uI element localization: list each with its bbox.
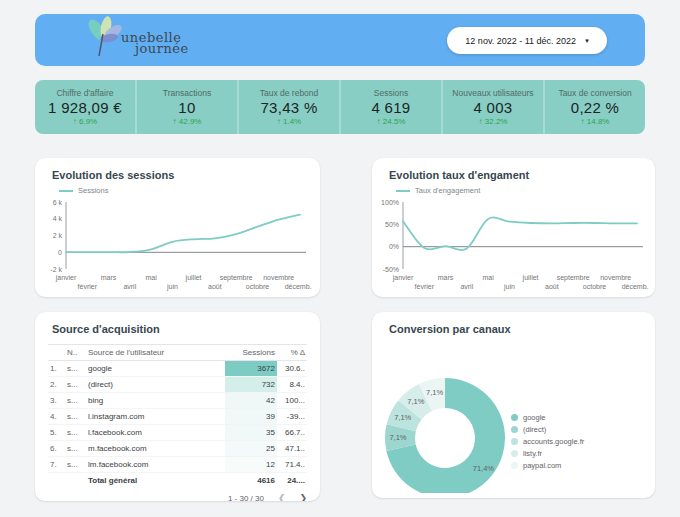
row-index: 2. (48, 377, 65, 393)
table-header-row: N.. Source de l'utilisateur Sessions % Δ (48, 345, 307, 361)
svg-text:février: février (415, 283, 435, 290)
svg-text:7,1%: 7,1% (426, 388, 443, 397)
col-header-sessions[interactable]: Sessions (225, 345, 277, 361)
svg-text:février: février (78, 283, 98, 290)
kpi-scorecard-band: Chiffre d'affaire1 928,09 €↑ 6.9%Transac… (35, 80, 645, 134)
up-arrow-icon: ↑ (377, 117, 381, 126)
logo-text: unebelle journée (121, 32, 189, 54)
kpi-card: Taux de conversion0,22 %↑ 14.8% (543, 80, 645, 134)
chevron-right-icon[interactable]: ❯ (299, 493, 307, 501)
up-arrow-icon: ↑ (173, 117, 177, 126)
svg-text:6 k: 6 k (53, 199, 63, 206)
sessions-chart-title: Evolution des sessions (35, 158, 320, 181)
sessions-line-chart[interactable]: 6 k4 k2 k0-2 kjanvierfévriermarsavrilmai… (39, 197, 320, 297)
logo: unebelle journée (73, 16, 189, 62)
row-index: 7. (48, 457, 65, 473)
app-header: unebelle journée 12 nov. 2022 - 11 déc. … (35, 14, 645, 66)
chevron-left-icon[interactable]: ❮ (278, 493, 286, 501)
table-row[interactable]: 1.s...google367230.6.. (48, 361, 307, 377)
caret-down-icon: ▾ (585, 37, 589, 45)
up-arrow-icon: ↑ (73, 117, 77, 126)
svg-text:novembre: novembre (263, 274, 294, 281)
row-source: google (86, 361, 225, 377)
svg-text:décemb...: décemb... (622, 283, 649, 290)
row-delta: 30.6.. (277, 361, 307, 377)
total-sessions: 4616 (225, 473, 277, 489)
engagement-legend-swatch (396, 190, 410, 192)
row-n: s... (65, 393, 86, 409)
table-row[interactable]: 5.s...l.facebook.com3566.7.. (48, 425, 307, 441)
acquisition-table-title: Source d'acquisition (35, 312, 320, 335)
col-header-source[interactable]: Source de l'utilisateur (86, 345, 225, 361)
svg-text:août: août (208, 283, 222, 290)
svg-text:janvier: janvier (55, 274, 77, 282)
svg-text:mars: mars (438, 274, 454, 281)
svg-text:août: août (545, 283, 559, 290)
legend-dot-icon (511, 438, 518, 445)
col-header-n[interactable]: N.. (65, 345, 86, 361)
donut-legend-item: (direct) (511, 425, 584, 434)
row-delta: 47.1.. (277, 441, 307, 457)
svg-text:avril: avril (123, 283, 136, 290)
acquisition-table: N.. Source de l'utilisateur Sessions % Δ… (48, 344, 307, 488)
table-row[interactable]: 4.s...l.instagram.com39-39... (48, 409, 307, 425)
svg-text:0: 0 (58, 249, 62, 256)
table-row[interactable]: 6.s...m.facebook.com2547.1.. (48, 441, 307, 457)
engagement-chart-legend: Taux d'engagement (396, 186, 655, 195)
kpi-card: Transactions10↑ 42.9% (135, 80, 237, 134)
kpi-value: 10 (178, 99, 195, 116)
row-source: l.facebook.com (86, 425, 225, 441)
date-range-selector[interactable]: 12 nov. 2022 - 11 déc. 2022 ▾ (447, 27, 607, 54)
up-arrow-icon: ↑ (277, 117, 281, 126)
legend-label: accounts.google.fr (523, 437, 584, 446)
svg-text:octobre: octobre (583, 283, 606, 290)
svg-text:avril: avril (460, 283, 473, 290)
row-source: l.instagram.com (86, 409, 225, 425)
svg-text:octobre: octobre (246, 283, 269, 290)
svg-text:50%: 50% (385, 221, 399, 228)
row-sessions: 3672 (225, 361, 277, 377)
svg-text:-50%: -50% (383, 266, 399, 273)
row-n: s... (65, 441, 86, 457)
row-sessions: 35 (225, 425, 277, 441)
svg-text:7,1%: 7,1% (389, 433, 406, 442)
kpi-card: Sessions4 619↑ 24.5% (339, 80, 441, 134)
engagement-line-chart[interactable]: 100%50%0%-50%janvierfévriermarsavrilmaij… (376, 197, 655, 297)
col-header-delta[interactable]: % Δ (277, 345, 307, 361)
up-arrow-icon: ↑ (479, 117, 483, 126)
legend-label: paypal.com (523, 461, 561, 470)
svg-text:mai: mai (482, 274, 494, 281)
row-delta: 8.4.. (277, 377, 307, 393)
acquisition-table-card: Source d'acquisition N.. Source de l'uti… (35, 312, 320, 501)
row-delta: 66.7.. (277, 425, 307, 441)
row-index: 1. (48, 361, 65, 377)
engagement-chart-card: Evolution taux d'engament Taux d'engagem… (372, 158, 655, 297)
row-delta: 100... (277, 393, 307, 409)
svg-text:71,4%: 71,4% (473, 464, 495, 473)
engagement-legend-label: Taux d'engagement (415, 186, 480, 195)
col-header-index[interactable] (48, 345, 65, 361)
svg-text:mars: mars (101, 274, 117, 281)
table-row[interactable]: 2.s...(direct)7328.4.. (48, 377, 307, 393)
row-n: s... (65, 409, 86, 425)
legend-label: (direct) (523, 425, 546, 434)
channels-donut-title: Conversion par canaux (372, 312, 655, 335)
kpi-value: 4 619 (371, 99, 410, 116)
table-row[interactable]: 7.s...lm.facebook.com1271.4.. (48, 457, 307, 473)
kpi-value: 73,43 % (260, 99, 317, 116)
svg-text:juin: juin (503, 283, 515, 291)
logo-line2: journée (135, 43, 189, 54)
legend-label: listy.fr (523, 449, 542, 458)
svg-text:juillet: juillet (522, 274, 539, 282)
table-row[interactable]: 3.s...bing42100... (48, 393, 307, 409)
svg-text:100%: 100% (381, 199, 399, 206)
sessions-chart-card: Evolution des sessions Sessions 6 k4 k2 … (35, 158, 320, 297)
legend-label: google (523, 413, 546, 422)
row-index: 3. (48, 393, 65, 409)
row-source: (direct) (86, 377, 225, 393)
sessions-chart-legend: Sessions (59, 186, 320, 195)
row-source: lm.facebook.com (86, 457, 225, 473)
donut-legend-item: accounts.google.fr (511, 437, 584, 446)
channels-donut-card: Conversion par canaux 71,4%7,1%7,1%7,1%7… (372, 312, 655, 498)
table-total-row: Total général461624.... (48, 473, 307, 489)
